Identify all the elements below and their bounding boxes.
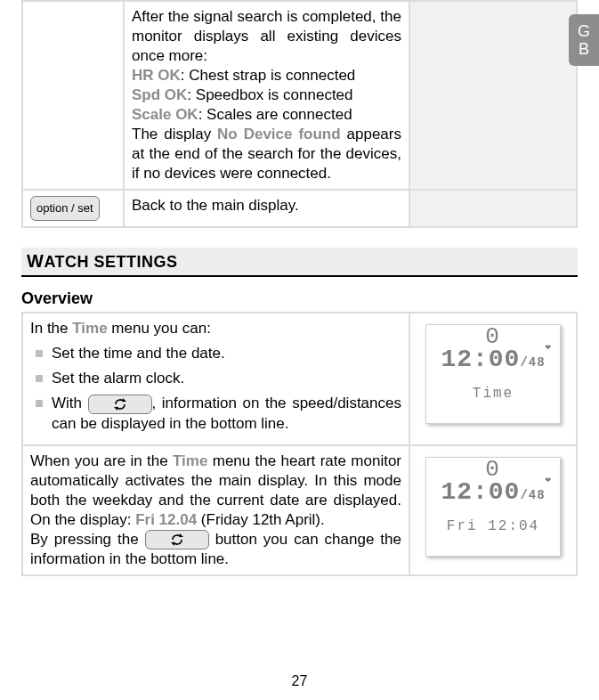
spd-ok-text: : Speedbox is connected bbox=[187, 86, 352, 103]
ov2-p2: By pressing the button you can change th… bbox=[30, 530, 401, 570]
ov1-li1: Set the time and the date. bbox=[36, 344, 401, 363]
ov2-p1: When you are in the Time menu the heart … bbox=[30, 452, 401, 530]
ov2-p2-pre: By pressing the bbox=[30, 531, 145, 548]
overview-row1-text: In the Time menu you can: Set the time a… bbox=[22, 313, 409, 445]
language-tab-gb: G B bbox=[569, 14, 599, 66]
lcd2-mid-small: /48 bbox=[520, 488, 545, 502]
ov1-intro-b: Time bbox=[72, 320, 107, 337]
lcd1-mid-small: /48 bbox=[520, 355, 545, 370]
heart-icon: ❤ bbox=[545, 470, 551, 490]
ov1-li3-pre: With bbox=[52, 395, 88, 411]
device-row1-spd: Spd OK: Speedbox is connected bbox=[132, 85, 401, 105]
refresh-icon bbox=[113, 398, 127, 411]
device-row1-hr: HR OK: Chest strap is connected bbox=[132, 66, 401, 85]
lcd2-mid-main: 12:00 bbox=[441, 478, 520, 506]
lcd1-mid: 12:00/48 bbox=[426, 350, 560, 380]
section-title-rest: ATCH SETTINGS bbox=[44, 253, 177, 271]
device-row1-intro: After the signal search is completed, th… bbox=[132, 7, 401, 66]
ov2-p1-b2: Fri 12.04 bbox=[135, 511, 197, 528]
overview-row1-intro: In the Time menu you can: bbox=[30, 319, 401, 338]
gb-line2: B bbox=[569, 40, 599, 58]
ov2-p1-post: (Friday 12th April). bbox=[197, 511, 325, 528]
device-row2-img-cell bbox=[409, 190, 577, 227]
option-set-button[interactable]: option / set bbox=[30, 196, 100, 221]
overview-heading: Overview bbox=[21, 289, 578, 308]
overview-row2-lcd-cell: 0 ❤ 12:00/48 Fri 12:04 bbox=[409, 445, 577, 576]
device-row1-nodev: The display No Device found appears at t… bbox=[132, 125, 401, 183]
device-table: After the signal search is completed, th… bbox=[21, 0, 578, 228]
nodev-pre: The display bbox=[132, 126, 217, 142]
lcd-display-1: 0 ❤ 12:00/48 Time bbox=[425, 324, 561, 424]
overview-row1-lcd-cell: 0 ❤ 12:00/48 Time bbox=[409, 313, 577, 445]
hr-ok-label: HR OK bbox=[132, 67, 181, 84]
device-row1-text-cell: After the signal search is completed, th… bbox=[124, 1, 409, 190]
scale-ok-label: Scale OK bbox=[132, 106, 198, 123]
lcd1-bottom: Time bbox=[426, 380, 560, 403]
refresh-icon bbox=[170, 533, 184, 546]
scale-ok-text: : Scales are connected bbox=[198, 106, 352, 123]
hr-ok-text: : Chest strap is connected bbox=[181, 67, 356, 84]
overview-row1-list: Set the time and the date. Set the alarm… bbox=[30, 344, 401, 434]
device-row1-scale: Scale OK: Scales are connected bbox=[132, 105, 401, 125]
page-number: 27 bbox=[0, 673, 599, 689]
nodev-label: No Device found bbox=[217, 126, 341, 142]
lcd2-mid: 12:00/48 bbox=[426, 483, 560, 513]
ov1-li3: With , information on the speed/dis­tanc… bbox=[36, 394, 401, 434]
ov1-intro-post: menu you can: bbox=[108, 320, 211, 337]
device-row1-img-cell bbox=[409, 1, 577, 190]
ov2-p1-b: Time bbox=[173, 452, 207, 469]
ov1-li2: Set the alarm clock. bbox=[36, 369, 401, 388]
refresh-button-2[interactable] bbox=[145, 530, 209, 549]
section-watch-settings: WATCH SETTINGS bbox=[21, 248, 578, 277]
heart-icon: ❤ bbox=[545, 338, 551, 357]
device-row2-button-cell: option / set bbox=[22, 190, 124, 227]
ov2-p1-pre: When you are in the bbox=[30, 452, 173, 469]
gb-line1: G bbox=[569, 22, 599, 40]
overview-row2-text: When you are in the Time menu the heart … bbox=[22, 445, 409, 576]
overview-table: In the Time menu you can: Set the time a… bbox=[21, 312, 578, 576]
device-row1-button-cell bbox=[22, 1, 124, 190]
refresh-button-1[interactable] bbox=[88, 395, 152, 414]
ov1-intro-pre: In the bbox=[30, 320, 72, 337]
lcd-display-2: 0 ❤ 12:00/48 Fri 12:04 bbox=[425, 457, 561, 557]
section-title-first: W bbox=[27, 251, 44, 271]
lcd1-mid-main: 12:00 bbox=[441, 346, 520, 373]
lcd2-bottom: Fri 12:04 bbox=[426, 513, 560, 536]
device-row2-text: Back to the main display. bbox=[124, 190, 409, 227]
spd-ok-label: Spd OK bbox=[132, 86, 187, 103]
